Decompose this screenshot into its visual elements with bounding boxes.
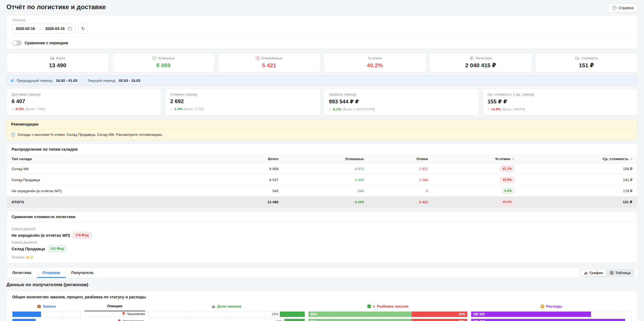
curr-period-label: Текущий период: [87,79,116,83]
warehouse-type: Склад Продавца [7,174,221,185]
warehouse-col-header: Тип склада [7,155,221,163]
view-switch: ГрафикТаблица [580,269,635,277]
page-header: Отчёт по логистике и доставке ? Справка [6,3,638,12]
cancel-pct-badge: 40.2% [500,199,514,205]
trend-delta-value: +4.9% [491,107,501,111]
view-btn-таблица[interactable]: Таблица [607,269,634,276]
date-from: 2026-02-16 [16,26,35,31]
tab-логистика[interactable]: Логистика [7,268,37,278]
warehouse-success: 3 453 [283,174,369,185]
table-icon [610,271,613,275]
view-btn-график[interactable]: График [581,269,606,276]
kpi-value: 13 490 [9,62,106,69]
share-column-header: Доля заказов [148,304,305,311]
kpi-value: 8 069 [115,62,212,69]
trend-label: Отмены (тренд) [170,92,315,96]
warehouse-cancel-pct: 42.8% [433,174,519,185]
trend-card-1: Отмены (тренд)2 692↓-1.4%(было: 2 729) [165,89,320,115]
most-expensive-name: Не определён (в отчётах МП) [12,233,70,238]
warehouse-avg-cost: 158 ₽ [519,163,637,174]
trend-card-2: Затраты (тренд)993 544 ₽ ₽↓-5.1%(было: 1… [324,89,479,115]
orders-bar [12,319,36,321]
refresh-icon: ↻ [81,26,85,32]
share-bar [280,312,305,317]
cost-comparison-title: Сравнение стоимости логистики [7,212,637,222]
costs-bar-cell: 231 469 [471,319,632,321]
warehouse-success: 545 [283,185,369,197]
check-icon: ✓ [367,305,371,308]
help-button[interactable]: ? Справка [608,3,638,12]
warehouse-total: 13 490 [221,197,283,208]
sort-icon[interactable] [512,158,514,160]
share-bar [284,319,305,321]
share-percent-label: 16% [272,312,279,316]
success-segment: 65% [308,312,412,317]
trend-arrow-icon: ↓ [12,107,14,111]
tab-получатель[interactable]: Получатель [66,268,99,278]
tab-отправка[interactable]: Отправка [37,268,66,278]
warehouse-avg-cost: 176 ₽ [519,185,637,197]
warehouse-cancel-pct: 40.2% [433,197,519,208]
trend-delta: ↓-1.4%(было: 2 729) [170,107,315,111]
warehouse-success: 8 069 [283,197,369,208]
warehouse-col-header: Отмен [369,155,433,163]
warehouse-col-header[interactable]: Ср. стоимость [519,155,637,163]
trend-label: Доставки (тренд) [12,92,156,96]
kpi-value: 5 421 [220,62,318,69]
trend-arrow-icon: ↓ [329,107,331,111]
diff-value: x1.2 [26,255,33,259]
check-circle-icon: ✓ [152,56,156,60]
diff-label: Разница: [12,255,25,259]
location-label: Электросталь [84,319,145,321]
sort-icon[interactable] [630,158,632,160]
trend-was: (было: 7 083) [25,107,45,111]
recommendations-card: Рекомендации i Склады с высоким % отмен:… [6,119,638,140]
trend-row: Доставки (тренд)6 407↓-9.5%(было: 7 083)… [6,89,638,115]
warehouse-success: 4 071 [283,163,369,174]
compare-period-label: Сравнение с периодом [25,41,68,45]
kpi-label: % отмен [326,56,424,60]
location-labels-column: ЧашниковоЭлектростальКоледино МпБелые Ст… [84,311,145,321]
kpi-card-5: Ср. стоимость151 ₽ [535,53,638,72]
prev-period-value: 16.02 - 01.03 [56,79,78,83]
recommendation-text: Склады с высоким % отмен: Склад Продавца… [18,133,163,137]
divider [7,37,637,37]
costs-column-header: ₽ Расходы [471,304,632,311]
money-icon: ₽ [541,305,544,308]
kpi-card-4: ₽Логистика2 040 415 ₽ [430,53,532,72]
kpi-label: ✓Успешные [115,56,212,60]
chart-card: Общее количество заказов, процент, разби… [6,291,638,321]
warehouse-avg-cost: 141 ₽ [519,174,637,185]
most-expensive-badge: 176 ₽/ед [73,232,91,238]
section-title: Данные по получателям (регионам) [6,282,638,288]
question-icon: ? [612,6,616,10]
warehouse-cancel: 5 421 [369,197,433,208]
warehouse-type: ИТОГО [7,197,221,208]
trend-label: Затраты (тренд) [329,92,474,96]
trend-label: Ср. стоимость 1 ед. (тренд) [488,92,632,96]
bar-chart-icon [584,271,588,275]
share-bars-column: 16%13%10%8%8%7%7%4%4%4%3%2% [148,311,305,321]
success-segment: 65% [308,319,412,321]
chart-title: Общее количество заказов, процент, разби… [12,295,632,299]
page-title: Отчёт по логистике и доставке [6,3,106,11]
trend-arrow-icon: ↑ [488,107,489,111]
costs-bars-column: 180 303231 469138 355190 132201 064143 7… [471,311,632,321]
refresh-button[interactable]: ↻ [78,24,88,33]
cancel-pct-badge: 41.1% [500,166,514,172]
warehouse-type: Не определён (в отчётах МП) [7,185,221,197]
warehouse-col-header[interactable]: % отмен [433,155,519,163]
swap-icon: ⇄ [11,78,14,83]
compare-period-toggle[interactable] [12,40,22,46]
trend-value: 2 692 [170,98,315,104]
date-range-input[interactable]: 2026-02-16 → 2026-03-15 [12,24,75,33]
period-banner: ⇄ Предыдущий период: 16.02 - 01.03 Текущ… [6,76,638,85]
table-total-row: ИТОГО13 4908 0695 42140.2%151 ₽ [7,197,637,208]
curr-period-value: 02.03 - 15.03 [119,79,140,83]
warehouse-total: 545 [221,185,283,197]
mini-bar-chart-icon [212,305,215,308]
warehouse-table: Тип складаВсегоУспешныхОтмен% отменСр. с… [7,155,637,207]
table-row: Склад Продавца6 0373 4532 58442.8%141 ₽ [7,174,637,185]
cross-icon: × [373,305,375,308]
split-bar-cell: 65%35% [308,319,468,321]
